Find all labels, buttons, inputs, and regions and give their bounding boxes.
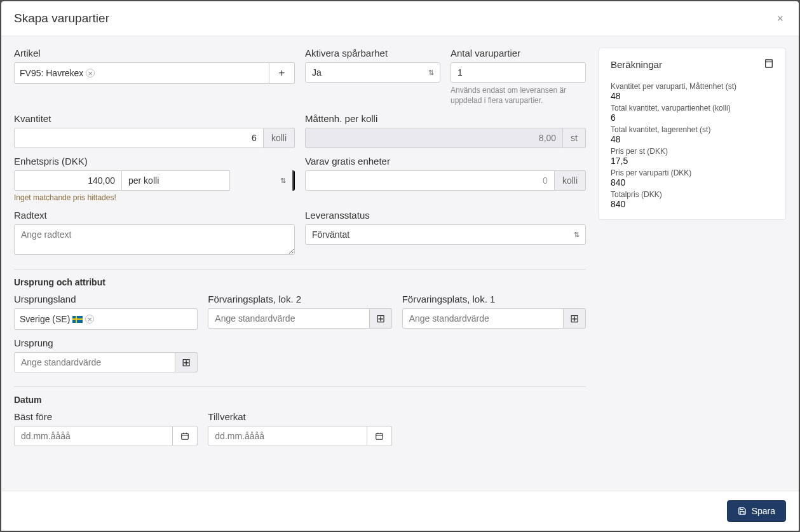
origin-country-tag: Sverige (SE) × xyxy=(20,314,94,324)
article-field: Artikel FV95: Havrekex × + xyxy=(14,48,295,106)
calc-value: 840 xyxy=(611,177,774,188)
best-before-calendar-button[interactable] xyxy=(173,426,198,446)
delivery-status-field: Leveransstatus ⇅ xyxy=(305,210,586,255)
modal-body: Artikel FV95: Havrekex × + xyxy=(1,36,799,491)
form-area: Artikel FV95: Havrekex × + xyxy=(14,48,586,446)
unit-price-warn: Inget matchande pris hittades! xyxy=(14,193,295,202)
save-button[interactable]: Spara xyxy=(727,500,786,522)
row-text-field: Radtext xyxy=(14,210,295,255)
origin-field: Ursprung ⊞ xyxy=(14,338,198,372)
storage1-input[interactable] xyxy=(402,308,564,329)
origin-country-label: Ursprungsland xyxy=(14,294,198,304)
best-before-input[interactable] xyxy=(14,426,173,446)
article-input[interactable]: FV95: Havrekex × xyxy=(14,62,269,84)
section-date-title: Datum xyxy=(14,395,586,405)
save-button-label: Spara xyxy=(752,506,775,516)
free-units-unit: kolli xyxy=(555,170,586,191)
modal: Skapa varupartier × Artikel FV95: Havrek… xyxy=(1,1,799,531)
plus-box-icon: ⊞ xyxy=(376,312,385,325)
unit-price-label: Enhetspris (DKK) xyxy=(14,156,295,167)
batch-count-label: Antal varupartier xyxy=(451,48,586,58)
row-text-label: Radtext xyxy=(14,210,295,221)
calc-label: Total kvantitet, lagerenhet (st) xyxy=(611,125,774,134)
plus-box-icon: ⊞ xyxy=(570,312,579,325)
calc-label: Totalpris (DKK) xyxy=(611,190,774,199)
calendar-icon xyxy=(180,432,189,440)
units-per-kolli-input xyxy=(305,128,563,148)
manufactured-label: Tillverkat xyxy=(208,411,391,422)
calendar-icon xyxy=(375,432,384,440)
row-text-input[interactable] xyxy=(14,224,295,255)
calculations-rows: Kvantitet per varuparti, Måttenhet (st)4… xyxy=(611,82,774,209)
delivery-status-select[interactable] xyxy=(305,224,586,245)
plus-icon: + xyxy=(279,67,285,79)
save-icon xyxy=(738,507,747,515)
calc-label: Kvantitet per varuparti, Måttenhet (st) xyxy=(611,82,774,91)
units-per-kolli-unit: st xyxy=(563,128,586,148)
calculations-panel: Beräkningar Kvantitet per varuparti, Måt… xyxy=(599,48,786,220)
origin-country-input[interactable]: Sverige (SE) × xyxy=(14,308,198,330)
storage2-field: Förvaringsplats, lok. 2 ⊞ xyxy=(208,294,391,330)
origin-input[interactable] xyxy=(14,352,175,372)
calc-value: 17,5 xyxy=(611,156,774,166)
divider xyxy=(14,386,586,387)
batch-count-input[interactable] xyxy=(451,62,586,83)
free-units-label: Varav gratis enheter xyxy=(305,156,586,167)
unit-price-per-select[interactable] xyxy=(122,170,230,191)
article-tag: FV95: Havrekex × xyxy=(20,68,95,78)
calc-value: 840 xyxy=(611,199,774,209)
remove-tag-icon[interactable]: × xyxy=(85,315,94,324)
close-button[interactable]: × xyxy=(774,12,786,25)
plus-box-icon: ⊞ xyxy=(182,356,191,369)
remove-tag-icon[interactable]: × xyxy=(86,69,95,78)
divider xyxy=(14,269,586,269)
modal-title: Skapa varupartier xyxy=(14,11,109,25)
free-units-input[interactable] xyxy=(305,170,555,191)
refresh-price-button[interactable] xyxy=(292,170,295,191)
batch-count-field: Antal varupartier Används endast om leve… xyxy=(451,48,586,106)
calc-label: Pris per st (DKK) xyxy=(611,147,774,156)
calculator-icon xyxy=(764,58,774,71)
article-label: Artikel xyxy=(14,48,295,58)
batch-count-help: Används endast om leveransen är uppdelad… xyxy=(451,85,586,106)
manufactured-calendar-button[interactable] xyxy=(367,426,392,446)
delivery-status-label: Leveransstatus xyxy=(305,210,586,221)
manufactured-input[interactable] xyxy=(208,426,367,446)
section-origin-title: Ursprung och attribut xyxy=(14,277,586,287)
quantity-input[interactable] xyxy=(14,128,264,148)
units-per-kolli-field: Måttenh. per kolli st xyxy=(305,113,586,148)
best-before-field: Bäst före xyxy=(14,411,198,446)
svg-rect-0 xyxy=(182,433,189,439)
origin-add-button[interactable]: ⊞ xyxy=(175,352,198,372)
chevron-updown-icon: ⇅ xyxy=(280,177,286,185)
traceability-label: Aktivera spårbarhet xyxy=(305,48,440,58)
traceability-select[interactable] xyxy=(305,62,440,83)
calc-value: 48 xyxy=(611,91,774,101)
calc-value: 6 xyxy=(611,113,774,123)
svg-rect-8 xyxy=(766,60,773,67)
storage2-add-button[interactable]: ⊞ xyxy=(370,308,392,329)
calculations-title: Beräkningar xyxy=(611,59,662,70)
add-article-button[interactable]: + xyxy=(269,62,295,84)
storage1-label: Förvaringsplats, lok. 1 xyxy=(402,294,586,304)
flag-se-icon xyxy=(72,316,83,323)
units-per-kolli-label: Måttenh. per kolli xyxy=(305,113,586,124)
unit-price-input[interactable] xyxy=(14,170,122,191)
calc-label: Pris per varuparti (DKK) xyxy=(611,168,774,177)
unit-price-field: Enhetspris (DKK) ⇅ Inget matchande pris … xyxy=(14,156,295,202)
storage2-label: Förvaringsplats, lok. 2 xyxy=(208,294,391,304)
modal-footer: Spara xyxy=(1,491,799,531)
svg-rect-4 xyxy=(376,433,383,439)
origin-country-field: Ursprungsland Sverige (SE) × xyxy=(14,294,198,330)
manufactured-field: Tillverkat xyxy=(208,411,391,446)
quantity-label: Kvantitet xyxy=(14,113,295,124)
storage2-input[interactable] xyxy=(208,308,369,329)
traceability-field: Aktivera spårbarhet ⇅ xyxy=(305,48,440,106)
quantity-field: Kvantitet kolli xyxy=(14,113,295,148)
free-units-field: Varav gratis enheter kolli xyxy=(305,156,586,202)
storage1-add-button[interactable]: ⊞ xyxy=(564,308,586,329)
storage1-field: Förvaringsplats, lok. 1 ⊞ xyxy=(402,294,586,330)
quantity-unit: kolli xyxy=(264,128,295,148)
modal-header: Skapa varupartier × xyxy=(1,1,799,36)
origin-label: Ursprung xyxy=(14,338,198,348)
